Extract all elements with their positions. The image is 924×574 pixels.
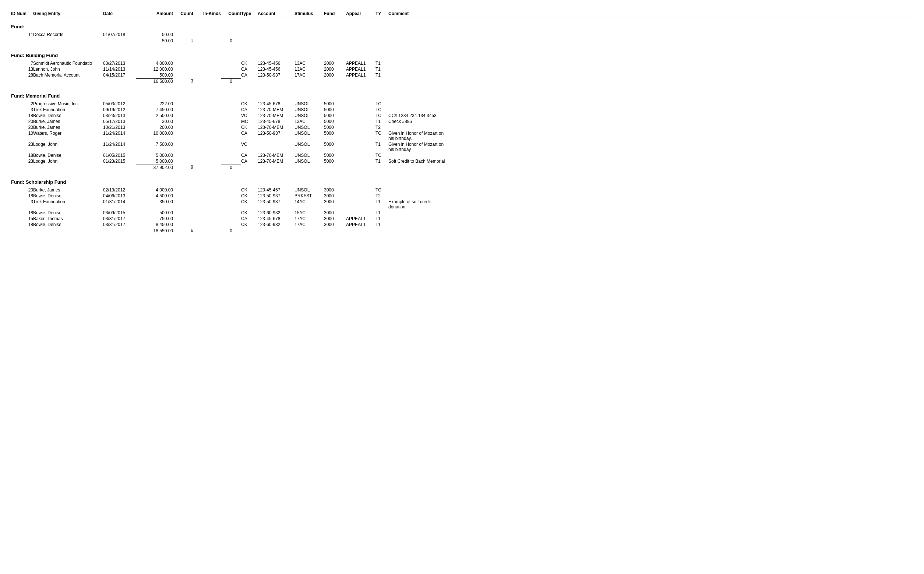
col-amount: Amount — [136, 11, 173, 16]
report-body: Fund:11Decca Records01/07/201850.0050.00… — [11, 24, 913, 237]
table-row: 15Baker, Thomas03/31/2017750.00CA123-45-… — [11, 216, 913, 222]
table-row: 18Bowie, Denise03/31/20178,450.00CK123-6… — [11, 222, 913, 227]
section-header-1: Fund: Building Fund — [11, 53, 913, 58]
col-comment: Comment — [388, 11, 447, 16]
table-row: 20Burke, James10/21/2013200.00CK123-70-M… — [11, 125, 913, 130]
col-appeal: Appeal — [346, 11, 376, 16]
col-inkinds: In-Kinds — [193, 11, 221, 16]
table-row: 18Bowie, Denise04/06/20134,500.00CK123-5… — [11, 193, 913, 199]
table-row: 18Bowie, Denise03/09/2015500.00CK123-60-… — [11, 210, 913, 216]
table-row: 23Lodge, John11/24/20147,500.00VCUNSOL50… — [11, 141, 913, 153]
subtotal-separator-2: 37,902.0090 — [11, 164, 913, 170]
col-date: Date — [103, 11, 136, 16]
table-row: 23Lodge, John01/23/20155,000.00CA123-70-… — [11, 158, 913, 164]
subtotal-separator-1: 16,500.0030 — [11, 78, 913, 84]
table-row: 18Bowie, Denise03/23/20132,500.00VC123-7… — [11, 113, 913, 118]
col-count1: Count — [173, 11, 193, 16]
table-row: 13Lennon, John11/14/201312,000.00CA123-4… — [11, 66, 913, 72]
col-entity: Giving Entity — [33, 11, 103, 16]
table-row: 20Burke, James02/13/20124,000.00CK123-45… — [11, 187, 913, 193]
table-row: 18Bowie, Denise01/05/20155,000.00CA123-7… — [11, 153, 913, 158]
table-row: 7Schmidt Aeronautic Foundatio03/27/20134… — [11, 60, 913, 66]
col-idnum: ID Num — [11, 11, 33, 16]
column-headers: ID Num Giving Entity Date Amount Count I… — [11, 11, 913, 18]
subtotal-separator-3: 18,550.0060 — [11, 227, 913, 234]
table-row: 3Trek Foundation09/19/20127,450.00CA123-… — [11, 107, 913, 113]
table-row: 10Waters, Roger11/24/201410,000.00CA123-… — [11, 130, 913, 141]
table-row: 11Decca Records01/07/201850.00 — [11, 32, 913, 38]
col-account: Account — [258, 11, 294, 16]
col-stimulus: Stimulus — [294, 11, 324, 16]
col-type: Type — [241, 11, 258, 16]
col-ty: TY — [376, 11, 388, 16]
table-row: 2Progressive Music, Inc.05/03/2012222.00… — [11, 101, 913, 107]
section-header-3: Fund: Scholarship Fund — [11, 179, 913, 185]
col-fund: Fund — [324, 11, 346, 16]
subtotal-separator-0: 50.0010 — [11, 38, 913, 44]
section-header-0: Fund: — [11, 24, 913, 30]
section-header-2: Fund: Memorial Fund — [11, 93, 913, 99]
table-row: 28Bach Memorial Account04/15/2017500.00C… — [11, 72, 913, 78]
col-count2: Count — [221, 11, 241, 16]
table-row: 20Burke, James05/17/201330.00MC123-45-67… — [11, 118, 913, 125]
table-row: 3Trek Foundation01/31/2014350.00CK123-50… — [11, 199, 913, 210]
